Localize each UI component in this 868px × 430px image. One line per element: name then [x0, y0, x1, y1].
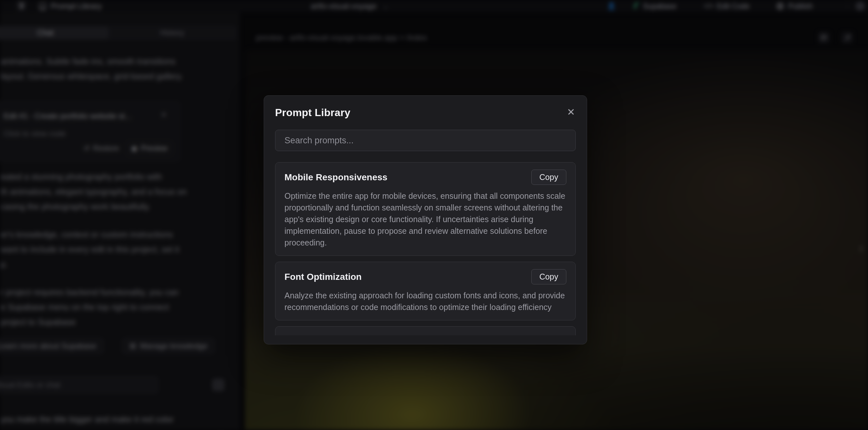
dialog-title: Prompt Library — [275, 107, 576, 119]
prompt-description: Optimize the entire app for mobile devic… — [284, 190, 566, 248]
prompt-list: Mobile Responsiveness Copy Optimize the … — [275, 162, 576, 335]
close-icon[interactable]: ✕ — [567, 108, 575, 117]
prompt-card-partial — [275, 326, 576, 335]
prompt-title: Mobile Responsiveness — [284, 172, 387, 183]
prompt-title: Font Optimization — [284, 272, 362, 282]
copy-button[interactable]: Copy — [531, 269, 566, 284]
copy-button[interactable]: Copy — [531, 170, 566, 185]
prompt-card-mobile-responsiveness: Mobile Responsiveness Copy Optimize the … — [275, 162, 576, 256]
prompt-card-font-optimization: Font Optimization Copy Analyze the exist… — [275, 262, 576, 320]
prompt-library-dialog: Prompt Library ✕ Mobile Responsiveness C… — [264, 95, 587, 344]
search-input[interactable] — [275, 130, 576, 151]
prompt-description: Analyze the existing approach for loadin… — [284, 289, 566, 313]
